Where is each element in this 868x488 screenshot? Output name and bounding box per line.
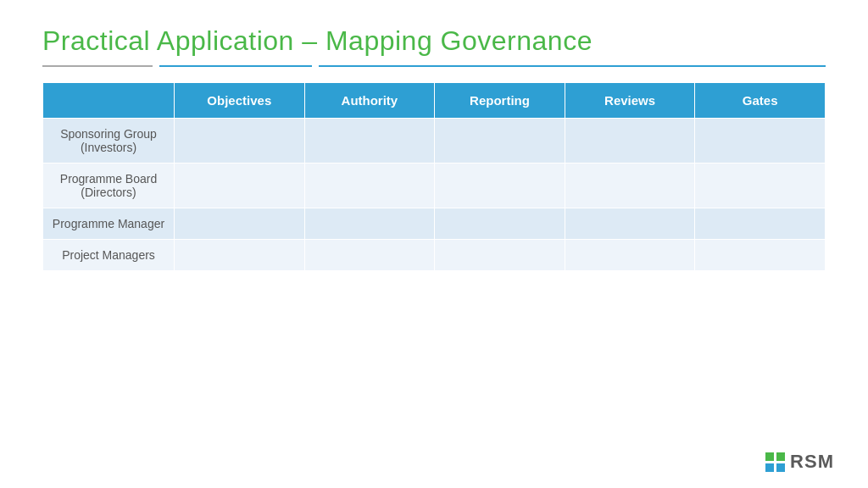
governance-table: Objectives Authority Reporting Reviews G… xyxy=(42,82,826,271)
data-cell xyxy=(304,208,435,240)
data-cell xyxy=(565,119,695,164)
header-gates: Gates xyxy=(695,83,826,119)
data-cell xyxy=(695,208,826,240)
row-header-cell: Project Managers xyxy=(43,240,175,271)
data-cell xyxy=(175,240,305,271)
data-cell xyxy=(304,164,435,208)
row-header-cell: Programme Manager xyxy=(43,208,175,240)
row-header-cell: Programme Board (Directors) xyxy=(43,164,175,208)
rsm-square-green-2 xyxy=(776,452,785,461)
data-cell xyxy=(695,164,826,208)
header-objectives: Objectives xyxy=(175,83,305,119)
title-underline xyxy=(42,65,826,67)
data-cell xyxy=(435,119,565,164)
slide: Practical Application – Mapping Governan… xyxy=(0,0,868,488)
rsm-row-bottom xyxy=(765,463,785,472)
table-row: Sponsoring Group (Investors) xyxy=(43,119,826,164)
governance-table-wrapper: Objectives Authority Reporting Reviews G… xyxy=(42,82,826,271)
rsm-text: RSM xyxy=(790,451,834,473)
data-cell xyxy=(565,164,695,208)
table-row: Programme Manager xyxy=(43,208,826,240)
table-row: Programme Board (Directors) xyxy=(43,164,826,208)
table-header-row: Objectives Authority Reporting Reviews G… xyxy=(43,83,826,119)
rsm-squares xyxy=(765,452,785,472)
data-cell xyxy=(565,240,695,271)
data-cell xyxy=(175,164,305,208)
data-cell xyxy=(304,119,435,164)
table-body: Sponsoring Group (Investors)Programme Bo… xyxy=(43,119,826,271)
rsm-square-blue-2 xyxy=(776,463,785,472)
data-cell xyxy=(175,208,305,240)
rsm-logo: RSM xyxy=(765,451,834,473)
row-header-cell: Sponsoring Group (Investors) xyxy=(43,119,175,164)
data-cell xyxy=(695,119,826,164)
page-title: Practical Application – Mapping Governan… xyxy=(42,25,826,57)
header-authority: Authority xyxy=(304,83,435,119)
data-cell xyxy=(175,119,305,164)
data-cell xyxy=(435,208,565,240)
rsm-square-green-1 xyxy=(765,452,774,461)
data-cell xyxy=(435,240,565,271)
underline-segment-3 xyxy=(319,65,826,67)
data-cell xyxy=(304,240,435,271)
underline-segment-1 xyxy=(42,65,153,67)
rsm-row-top xyxy=(765,452,785,461)
header-row-label xyxy=(43,83,175,119)
data-cell xyxy=(435,164,565,208)
header-reviews: Reviews xyxy=(565,83,695,119)
underline-segment-2 xyxy=(159,65,312,67)
data-cell xyxy=(565,208,695,240)
table-row: Project Managers xyxy=(43,240,826,271)
header-reporting: Reporting xyxy=(435,83,565,119)
data-cell xyxy=(695,240,826,271)
rsm-square-blue-1 xyxy=(765,463,774,472)
